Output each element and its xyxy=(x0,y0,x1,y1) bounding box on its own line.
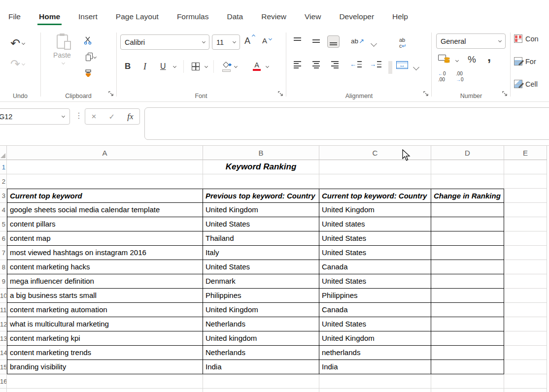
row-header-10[interactable]: 10 xyxy=(0,289,7,303)
number-dialog-launcher[interactable] xyxy=(502,90,508,98)
cell-D15[interactable] xyxy=(431,360,504,374)
cell-A10[interactable]: a big business starts small xyxy=(7,289,203,303)
row-header-2[interactable]: 2 xyxy=(0,174,7,189)
cell-C2[interactable] xyxy=(319,174,431,189)
cell-B8[interactable]: United States xyxy=(203,260,319,274)
cell-B1[interactable]: Keyword Ranking xyxy=(203,160,319,174)
column-header-C[interactable]: C xyxy=(319,146,431,160)
cell-E8[interactable] xyxy=(504,260,547,274)
cancel-button[interactable]: × xyxy=(92,112,97,121)
cell-D11[interactable] xyxy=(431,303,504,317)
cell-B11[interactable]: United Kingdom xyxy=(203,303,319,317)
undo-button[interactable]: ↶ xyxy=(8,35,27,51)
cell-A5[interactable]: content pillars xyxy=(7,217,203,231)
cell-D2[interactable] xyxy=(431,174,504,189)
cell-B5[interactable]: United States xyxy=(203,217,319,231)
row-header-6[interactable]: 6 xyxy=(0,231,7,246)
enter-button[interactable]: ✓ xyxy=(109,113,115,120)
accounting-format-button[interactable] xyxy=(438,54,449,63)
cell-C8[interactable]: Canada xyxy=(319,260,431,274)
cell-B16[interactable] xyxy=(203,374,319,389)
underline-button[interactable]: U xyxy=(158,60,169,73)
decrease-indent-button[interactable]: ← xyxy=(348,59,364,69)
cell-B6[interactable]: Thailand xyxy=(203,231,319,246)
cell-C14[interactable]: netherlands xyxy=(319,346,431,360)
tab-review[interactable]: Review xyxy=(260,9,288,25)
cell-B17[interactable] xyxy=(203,389,319,392)
formula-input[interactable] xyxy=(144,107,549,140)
row-header-13[interactable]: 13 xyxy=(0,331,7,346)
column-header-D[interactable]: D xyxy=(431,146,504,160)
orientation-button[interactable]: ab ↗ xyxy=(349,35,366,47)
cell-B10[interactable]: Philippines xyxy=(203,289,319,303)
column-header-E[interactable]: E xyxy=(504,146,547,160)
cell-C12[interactable]: United States xyxy=(319,317,431,331)
cell-E6[interactable] xyxy=(504,231,547,246)
format-as-table-button[interactable]: For xyxy=(514,57,536,65)
align-left-button[interactable] xyxy=(292,59,303,70)
cell-D14[interactable] xyxy=(431,346,504,360)
cell-E15[interactable] xyxy=(504,360,547,374)
cell-D3[interactable]: Change in Ranking xyxy=(431,189,504,203)
align-right-button[interactable] xyxy=(329,59,341,70)
cell-E5[interactable] xyxy=(504,217,547,231)
font-name-select[interactable]: Calibri xyxy=(120,34,209,50)
cell-B15[interactable]: India xyxy=(203,360,319,374)
cell-C5[interactable]: United states xyxy=(319,217,431,231)
cell-D6[interactable] xyxy=(431,231,504,246)
cell-styles-button[interactable]: Cell xyxy=(514,80,538,88)
cell-D16[interactable] xyxy=(431,374,504,389)
cell-E9[interactable] xyxy=(504,274,547,289)
cell-B12[interactable]: Netherlands xyxy=(203,317,319,331)
row-header-16[interactable]: 16 xyxy=(0,374,7,389)
cell-A9[interactable]: mega influencer definition xyxy=(7,274,203,289)
cell-A13[interactable]: content marketing kpi xyxy=(7,331,203,346)
formula-bar-handle[interactable]: ⋮ xyxy=(75,111,83,120)
cut-button[interactable] xyxy=(81,34,94,47)
cell-A8[interactable]: content marketing hacks xyxy=(7,260,203,274)
cell-E16[interactable] xyxy=(504,374,547,389)
align-top-button[interactable] xyxy=(292,35,303,47)
row-header-17[interactable]: 17 xyxy=(0,389,7,392)
cell-C10[interactable]: Philippines xyxy=(319,289,431,303)
row-header-5[interactable]: 5 xyxy=(0,217,7,231)
tab-home[interactable]: Home xyxy=(37,9,62,25)
redo-button[interactable]: ↷ xyxy=(8,56,27,72)
column-header-A[interactable]: A xyxy=(7,146,203,160)
decrease-font-size-button[interactable]: A xyxy=(262,36,267,45)
tab-file[interactable]: File xyxy=(7,9,22,25)
tab-insert[interactable]: Insert xyxy=(77,9,99,25)
cell-C7[interactable]: United States xyxy=(319,246,431,260)
font-size-select[interactable]: 11 xyxy=(212,34,240,50)
cell-D5[interactable] xyxy=(431,217,504,231)
cell-D17[interactable] xyxy=(431,389,504,392)
tab-help[interactable]: Help xyxy=(391,9,410,25)
cell-D9[interactable] xyxy=(431,274,504,289)
row-header-4[interactable]: 4 xyxy=(0,203,7,217)
cell-D13[interactable] xyxy=(431,331,504,346)
cell-C11[interactable]: Canada xyxy=(319,303,431,317)
cell-A4[interactable]: google sheets social media calendar temp… xyxy=(7,203,203,217)
alignment-dialog-launcher[interactable] xyxy=(423,90,429,98)
row-header-15[interactable]: 15 xyxy=(0,360,7,374)
tab-developer[interactable]: Developer xyxy=(338,9,376,25)
row-header-9[interactable]: 9 xyxy=(0,274,7,289)
cell-A12[interactable]: what is multicultural marketing xyxy=(7,317,203,331)
cell-B9[interactable]: Denmark xyxy=(203,274,319,289)
row-header-7[interactable]: 7 xyxy=(0,246,7,260)
cell-D8[interactable] xyxy=(431,260,504,274)
cell-D1[interactable] xyxy=(431,160,504,174)
cell-C13[interactable]: United Kingdom xyxy=(319,331,431,346)
row-header-11[interactable]: 11 xyxy=(0,303,7,317)
cell-A14[interactable]: content marketing trends xyxy=(7,346,203,360)
font-dialog-launcher[interactable] xyxy=(278,90,283,98)
row-header-8[interactable]: 8 xyxy=(0,260,7,274)
copy-button[interactable] xyxy=(81,51,99,64)
align-middle-button[interactable] xyxy=(310,35,322,47)
format-painter-button[interactable] xyxy=(81,67,95,80)
cell-D12[interactable] xyxy=(431,317,504,331)
cell-A3[interactable]: Current top keyword xyxy=(7,189,203,203)
cell-E12[interactable] xyxy=(504,317,547,331)
cell-E1[interactable] xyxy=(504,160,547,174)
cell-C9[interactable]: United States xyxy=(319,274,431,289)
